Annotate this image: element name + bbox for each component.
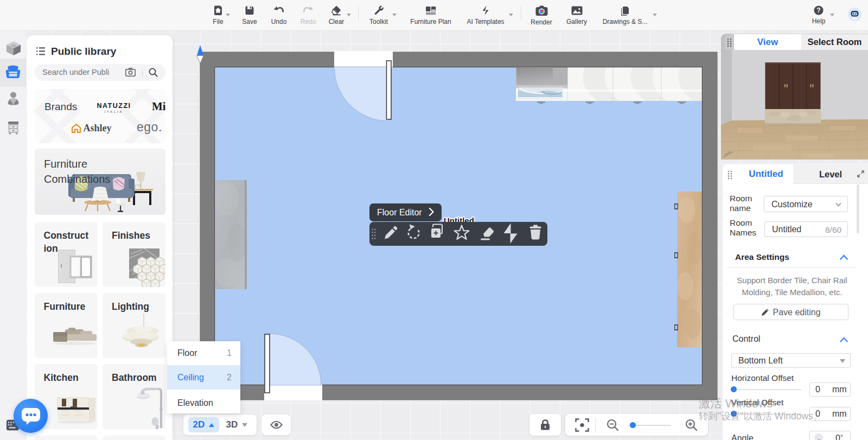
svg-text:Floor Editor: Floor Editor [377, 208, 422, 217]
svg-text:?: ? [816, 7, 820, 14]
